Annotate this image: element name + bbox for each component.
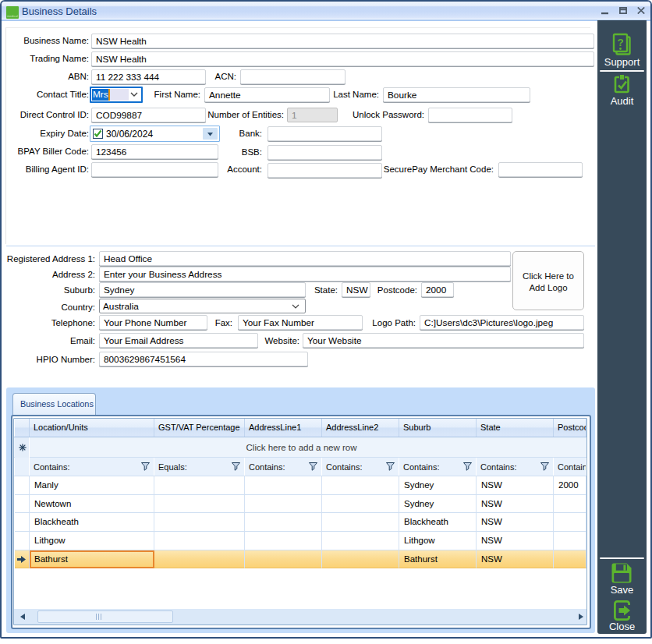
svg-text:?: ?: [617, 37, 623, 48]
